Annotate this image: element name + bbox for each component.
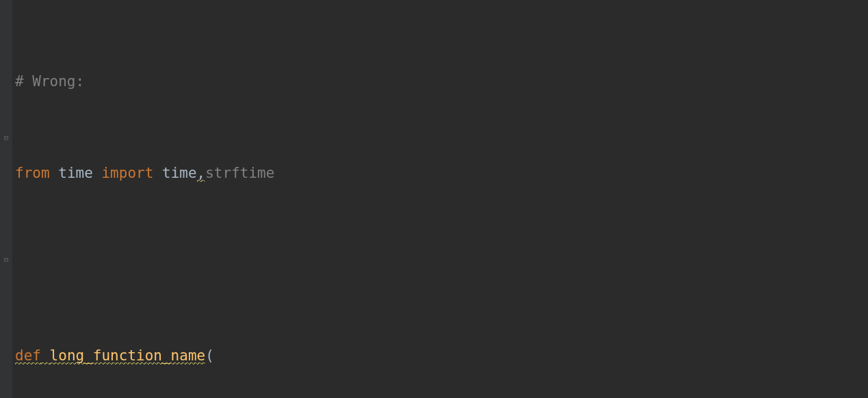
warning-underline: , [197,165,206,183]
function-name: long_function_name [50,347,206,365]
module-name: time [58,165,93,181]
code-editor[interactable]: # Wrong: from time import time,strftime … [0,0,868,398]
function-name [41,347,50,365]
fold-marker-icon[interactable]: ⊟ [1,134,11,142]
keyword-from: from [15,165,50,181]
fold-marker-icon[interactable]: ⊟ [1,256,11,263]
comment-token: # Wrong: [15,73,84,90]
keyword-def: def [15,347,41,365]
editor-gutter: ⊟ ⊟ [0,0,12,398]
import-name: time [162,165,197,181]
blank-line[interactable] [15,249,868,280]
paren-open: ( [205,347,214,364]
keyword-import: import [101,165,153,181]
code-line[interactable]: from time import time,strftime [15,158,868,189]
code-line[interactable]: def long_function_name( [15,341,868,371]
import-unused: strftime [205,165,274,181]
code-line[interactable]: # Wrong: [15,66,868,97]
